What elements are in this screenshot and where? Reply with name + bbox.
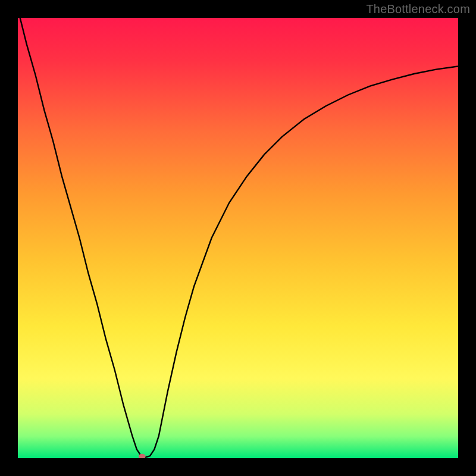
plot-area (18, 18, 458, 458)
chart-frame: TheBottleneck.com (0, 0, 476, 476)
chart-svg (18, 18, 458, 458)
gradient-background (18, 18, 458, 458)
watermark-text: TheBottleneck.com (366, 2, 470, 16)
